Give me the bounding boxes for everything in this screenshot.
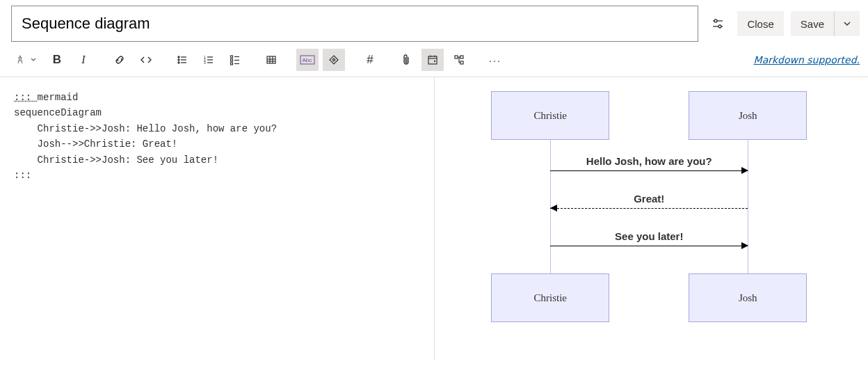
arrowhead-icon [741, 167, 748, 174]
mention-button[interactable]: Abc [296, 49, 319, 71]
svg-point-9 [178, 59, 179, 61]
lifeline [748, 140, 748, 273]
chevron-down-icon [31, 57, 36, 63]
list-ul-icon [177, 54, 188, 65]
message-arrow [550, 170, 748, 171]
close-button[interactable]: Close [737, 11, 783, 36]
save-dropdown-button[interactable] [835, 11, 860, 36]
svg-point-4 [19, 56, 21, 57]
hash-button[interactable]: # [359, 49, 381, 71]
preview-pane: Christie Josh Hello Josh, how are you? G… [435, 77, 869, 360]
save-button[interactable]: Save [791, 11, 835, 36]
list-ol-icon: 123 [203, 54, 214, 65]
svg-point-3 [718, 25, 721, 28]
paperclip-icon [401, 54, 412, 66]
svg-point-5 [18, 57, 19, 58]
bold-button[interactable]: B [46, 49, 68, 71]
title-input[interactable] [11, 6, 698, 42]
calendar-icon [427, 54, 438, 65]
abc-icon: Abc [300, 55, 315, 65]
svg-point-7 [178, 56, 179, 58]
settings-button[interactable] [705, 11, 730, 36]
arrowhead-icon [741, 242, 748, 249]
tree-icon [453, 54, 465, 65]
more-button[interactable]: ··· [484, 49, 506, 71]
code-icon [140, 54, 152, 66]
svg-point-1 [714, 19, 717, 22]
svg-rect-19 [231, 56, 233, 58]
italic-button[interactable]: I [72, 49, 95, 71]
message-arrow-dashed [550, 208, 748, 209]
ordered-list-button[interactable]: 123 [198, 49, 220, 71]
unordered-list-button[interactable] [171, 49, 193, 71]
list-check-icon [230, 54, 241, 65]
svg-rect-32 [428, 56, 437, 64]
checklist-button[interactable] [224, 49, 246, 71]
svg-text:Abc: Abc [303, 57, 312, 63]
query-button[interactable] [448, 49, 470, 71]
sliders-icon [712, 17, 724, 30]
table-icon [266, 54, 277, 65]
markdown-editor[interactable]: ::: mermaid sequenceDiagram Christie->>J… [0, 77, 435, 360]
link-button[interactable] [108, 49, 131, 71]
svg-rect-37 [460, 56, 463, 58]
arrowhead-icon [550, 205, 557, 212]
svg-rect-21 [231, 59, 233, 61]
font-icon [17, 54, 31, 65]
message-label: Hello Josh, how are you? [550, 155, 748, 167]
diamond-icon [328, 54, 339, 65]
date-button[interactable] [421, 49, 444, 71]
table-button[interactable] [260, 49, 282, 71]
code-fence-open: ::: [14, 92, 38, 103]
svg-point-6 [21, 57, 22, 58]
code-line: sequenceDiagram [14, 107, 102, 118]
code-fence-close: ::: [14, 170, 31, 181]
message-arrow [550, 246, 748, 246]
attach-button[interactable] [395, 49, 417, 71]
code-line: Josh-->>Christie: Great! [14, 138, 177, 150]
svg-rect-36 [455, 56, 458, 58]
svg-point-11 [178, 62, 179, 63]
participant-box: Josh [689, 91, 807, 140]
svg-text:3: 3 [204, 61, 206, 65]
message-label: Great! [550, 193, 748, 205]
heading-button[interactable] [11, 49, 42, 71]
code-lang: mermaid [38, 92, 79, 103]
message-label: See you later! [550, 230, 748, 242]
svg-rect-23 [231, 63, 233, 65]
svg-rect-38 [460, 61, 463, 64]
participant-box: Josh [689, 273, 807, 322]
code-line: Christie->>Josh: See you later! [14, 154, 218, 166]
editor-toolbar: B I 123 Abc # [11, 49, 506, 71]
link-icon [113, 54, 126, 66]
participant-box: Christie [491, 273, 609, 322]
svg-rect-25 [267, 56, 275, 63]
chevron-down-icon [843, 19, 851, 28]
participant-box: Christie [491, 91, 609, 140]
code-button[interactable] [135, 49, 157, 71]
collapse-button[interactable] [323, 49, 345, 71]
sequence-diagram: Christie Josh Hello Josh, how are you? G… [491, 91, 811, 321]
code-line: Christie->>Josh: Hello Josh, how are you… [14, 123, 277, 134]
markdown-supported-link[interactable]: Markdown supported. [754, 54, 860, 65]
